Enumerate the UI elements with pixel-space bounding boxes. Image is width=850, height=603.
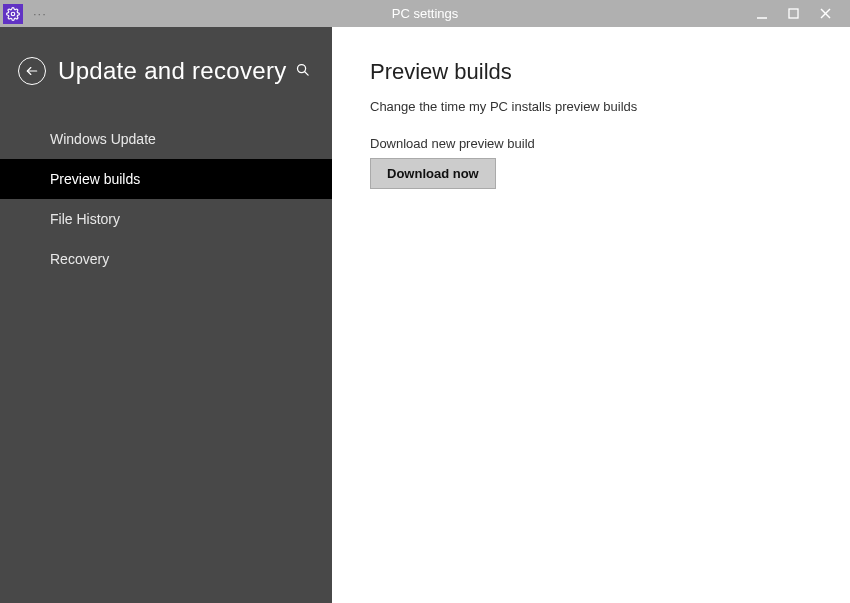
app-body: Update and recovery Windows Update Previ…	[0, 27, 850, 603]
sidebar-nav: Windows Update Preview builds File Histo…	[0, 119, 332, 279]
close-icon[interactable]	[820, 8, 836, 19]
settings-gear-icon	[3, 4, 23, 24]
download-label: Download new preview build	[370, 136, 812, 151]
main-content: Preview builds Change the time my PC ins…	[332, 27, 850, 603]
back-icon[interactable]	[18, 57, 46, 85]
maximize-icon[interactable]	[788, 8, 804, 19]
sidebar-title: Update and recovery	[58, 57, 291, 85]
app-menu-dots[interactable]: ···	[33, 6, 47, 21]
search-icon[interactable]	[291, 58, 314, 85]
sidebar-header: Update and recovery	[0, 27, 332, 101]
svg-point-0	[11, 12, 15, 16]
sidebar-item-windows-update[interactable]: Windows Update	[0, 119, 332, 159]
page-description: Change the time my PC installs preview b…	[370, 99, 812, 114]
sidebar-item-preview-builds[interactable]: Preview builds	[0, 159, 332, 199]
window-title: PC settings	[392, 6, 458, 21]
minimize-icon[interactable]	[756, 8, 772, 20]
sidebar-item-recovery[interactable]: Recovery	[0, 239, 332, 279]
page-title: Preview builds	[370, 59, 812, 85]
sidebar: Update and recovery Windows Update Previ…	[0, 27, 332, 603]
download-now-button[interactable]: Download now	[370, 158, 496, 189]
svg-line-7	[305, 71, 309, 75]
sidebar-item-file-history[interactable]: File History	[0, 199, 332, 239]
svg-rect-2	[789, 9, 798, 18]
titlebar: ··· PC settings	[0, 0, 850, 27]
